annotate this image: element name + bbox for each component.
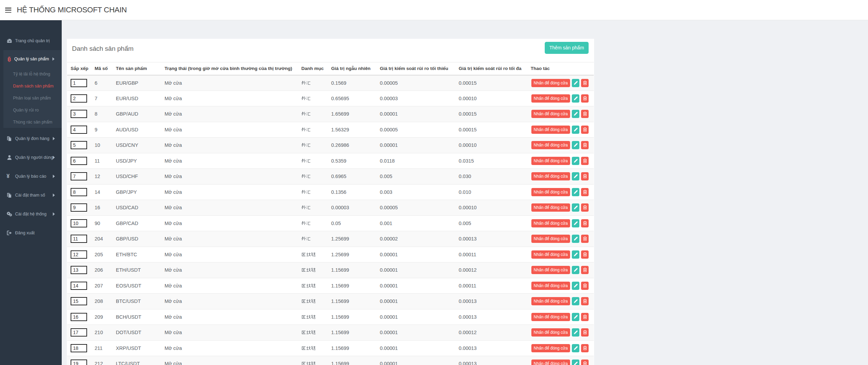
svg-text:B: B	[8, 57, 11, 62]
